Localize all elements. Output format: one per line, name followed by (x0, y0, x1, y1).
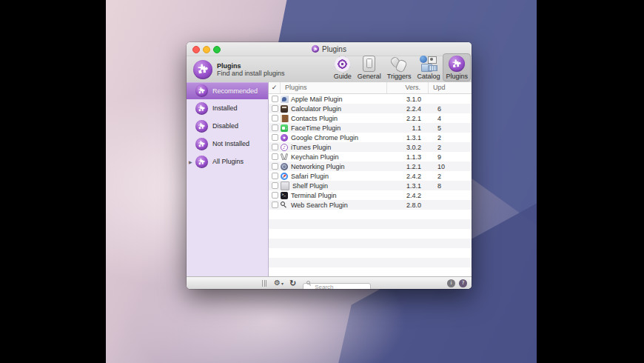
table-body: Apple Mail Plugin 3.1.0 Calculator Plugi… (269, 94, 472, 276)
column-header-updated[interactable]: Upd (429, 82, 472, 93)
sidebar-item-disabled[interactable]: Disabled (187, 117, 268, 135)
row-checkbox[interactable] (272, 96, 278, 102)
refresh-button[interactable]: ↻ (289, 279, 296, 287)
row-checkbox[interactable] (272, 182, 278, 189)
table-row[interactable]: Google Chrome Plugin 1.3.1 2 (269, 133, 472, 142)
gear-icon: ⚙ (274, 279, 281, 287)
puzzle-icon (195, 120, 208, 133)
plugin-version: 1.1 (387, 124, 429, 132)
zoom-button[interactable] (213, 46, 221, 53)
sidebar: Recommended Installed Disabled Not Insta… (187, 82, 269, 276)
sidebar-resize-handle[interactable] (260, 280, 269, 287)
plugin-version: 2.8.0 (387, 202, 429, 209)
help-button[interactable]: ? (459, 279, 467, 287)
table-row[interactable]: Shelf Plugin 1.3.1 8 (269, 181, 472, 190)
row-checkbox[interactable] (272, 163, 278, 170)
table-row[interactable]: Contacts Plugin 2.2.1 4 (269, 113, 472, 123)
row-checkbox[interactable] (272, 202, 278, 208)
plugin-version: 1.1.3 (387, 153, 429, 161)
plugins-icon (312, 45, 319, 53)
plugin-updated: 10 (429, 163, 472, 170)
plugin-version: 2.2.1 (387, 115, 429, 122)
plugins-icon-large (193, 60, 212, 79)
column-header-check[interactable]: ✓ (269, 82, 281, 93)
info-button[interactable]: i (447, 279, 455, 287)
minimize-button[interactable] (203, 46, 210, 53)
plugin-updated: 9 (429, 153, 472, 161)
toolbar: Plugins Find and install plugins Guide G… (187, 56, 472, 83)
row-checkbox[interactable] (272, 173, 278, 179)
plugin-version: 3.1.0 (387, 96, 429, 103)
plugin-name: Networking Plugin (291, 163, 345, 170)
calculator-icon (281, 105, 288, 113)
disclosure-triangle-icon[interactable]: ▶ (189, 159, 192, 164)
toolbar-button-plugins[interactable]: Plugins (443, 53, 471, 81)
table-row[interactable]: Networking Plugin 1.2.1 10 (269, 161, 472, 171)
table-row[interactable]: FaceTime Plugin 1.1 5 (269, 123, 472, 133)
sidebar-item-all-plugins[interactable]: ▶ All Plugins (187, 153, 268, 170)
plugin-version: 3.0.2 (387, 144, 429, 151)
plugin-version: 1.2.1 (387, 163, 429, 170)
catalog-icon (420, 56, 437, 72)
row-checkbox[interactable] (272, 105, 278, 112)
row-checkbox[interactable] (272, 192, 278, 199)
table-row[interactable]: Calculator Plugin 2.2.4 6 (269, 104, 472, 113)
table-row[interactable]: Terminal Plugin 2.4.2 (269, 190, 472, 200)
puzzle-icon (195, 84, 208, 97)
sidebar-item-recommended[interactable]: Recommended (187, 82, 268, 99)
table-row[interactable]: Web Search Plugin 2.8.0 (269, 200, 472, 210)
table-row[interactable]: Keychain Plugin 1.1.3 9 (269, 152, 472, 161)
row-checkbox[interactable] (272, 134, 278, 141)
column-header-plugins[interactable]: Plugins (281, 82, 387, 93)
toolbar-button-catalog[interactable]: Catalog (414, 53, 443, 81)
apple-mail-icon (281, 96, 288, 103)
itunes-icon (281, 144, 288, 151)
plugin-version: 1.3.1 (387, 182, 429, 190)
traffic-lights (192, 46, 221, 53)
plugins-window: Plugins Plugins Find and install plugins… (187, 42, 472, 289)
plugin-updated: 2 (429, 144, 472, 151)
search-field[interactable] (303, 279, 371, 287)
plugins-icon (449, 56, 465, 72)
row-checkbox[interactable] (272, 144, 278, 150)
puzzle-icon (195, 138, 208, 150)
row-checkbox[interactable] (272, 153, 278, 160)
plugin-name: Web Search Plugin (291, 202, 348, 209)
puzzle-icon (195, 102, 208, 115)
plugin-name: Google Chrome Plugin (291, 134, 358, 141)
table-row[interactable]: Apple Mail Plugin 3.1.0 (269, 94, 472, 104)
toolbar-button-general[interactable]: General (355, 53, 384, 81)
plugin-updated: 2 (429, 173, 472, 180)
networking-icon (281, 163, 288, 170)
contact-card-icon (428, 56, 437, 64)
row-checkbox[interactable] (272, 124, 278, 131)
plugin-name: iTunes Plugin (291, 144, 331, 151)
close-button[interactable] (192, 46, 200, 53)
plugin-version: 2.4.2 (387, 192, 429, 199)
toolbar-button-label: Guide (334, 73, 352, 80)
column-header-version[interactable]: Vers. (387, 82, 429, 93)
toolbar-button-label: General (358, 73, 381, 80)
globe-icon (420, 56, 427, 63)
sidebar-item-label: Installed (212, 104, 238, 112)
table-row[interactable]: Safari Plugin 2.4.2 2 (269, 171, 472, 181)
search-input[interactable] (303, 283, 371, 290)
toolbar-button-triggers[interactable]: Triggers (384, 53, 415, 81)
toolbar-button-guide[interactable]: Guide (331, 53, 355, 81)
sidebar-item-label: All Plugins (212, 158, 244, 165)
puzzle-icon (195, 156, 208, 168)
plugin-name: FaceTime Plugin (291, 124, 341, 132)
web-search-icon (281, 202, 288, 209)
table-row[interactable]: iTunes Plugin 3.0.2 2 (269, 142, 472, 152)
sidebar-item-not-installed[interactable]: Not Installed (187, 135, 268, 153)
pane-title: Plugins (217, 62, 285, 70)
action-menu-button[interactable]: ⚙ ▾ (274, 279, 284, 287)
plugin-updated: 4 (429, 115, 472, 122)
table-header[interactable]: ✓ Plugins Vers. Upd (269, 82, 472, 94)
sidebar-item-installed[interactable]: Installed (187, 99, 268, 117)
content-area: Recommended Installed Disabled Not Insta… (187, 82, 472, 276)
plugin-name: Contacts Plugin (291, 115, 338, 122)
row-checkbox[interactable] (272, 115, 278, 121)
plugin-name: Shelf Plugin (292, 182, 328, 190)
plugin-updated: 8 (429, 182, 472, 190)
